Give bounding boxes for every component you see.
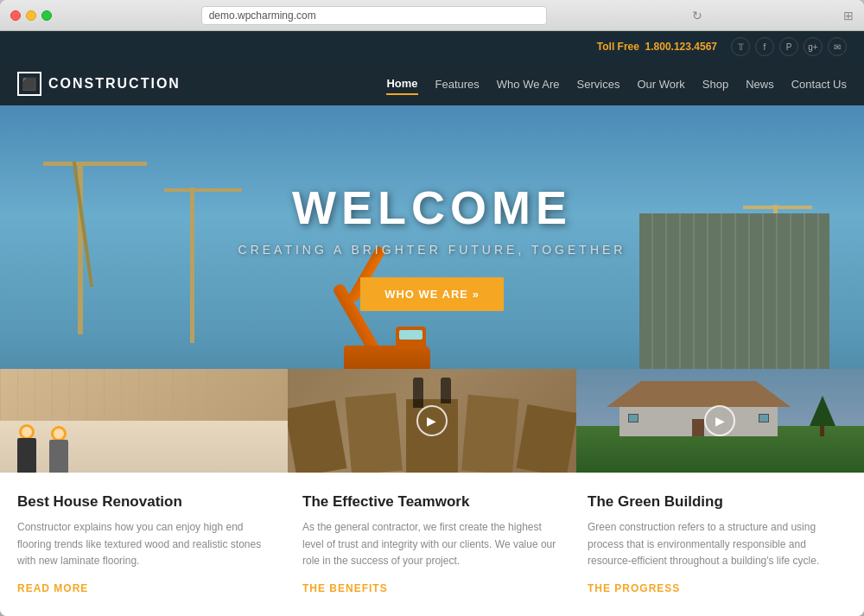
nav-who-we-are[interactable]: Who We Are: [497, 74, 560, 94]
toll-free-label: Toll Free: [597, 41, 639, 53]
window-controls: [10, 10, 52, 21]
site-logo: ⬛ CONSTRUCTION: [17, 72, 181, 96]
url-text: demo.wpcharming.com: [209, 10, 316, 22]
nav-home[interactable]: Home: [386, 73, 417, 95]
thumb-2-overlay: ▶: [288, 369, 575, 473]
browser-window: demo.wpcharming.com ↻ ⊞ Toll Free 1.800.…: [0, 0, 864, 616]
play-button-3[interactable]: ▶: [704, 405, 735, 436]
google-plus-icon[interactable]: g+: [804, 37, 823, 56]
card-green-building: The Green Building Green construction re…: [588, 493, 847, 595]
minimize-button[interactable]: [26, 10, 36, 21]
thumb-1-bg: [0, 369, 288, 473]
card-2-link[interactable]: THE BENEFITS: [302, 582, 388, 594]
top-header-bar: Toll Free 1.800.123.4567 𝕋 f P g+ ✉: [0, 31, 864, 62]
nav-features[interactable]: Features: [435, 74, 480, 94]
pinterest-icon[interactable]: P: [779, 37, 798, 56]
card-renovation: Best House Renovation Constructor explai…: [17, 493, 276, 595]
main-nav: ⬛ CONSTRUCTION Home Features Who We Are …: [0, 62, 864, 105]
nav-contact-us[interactable]: Contact Us: [791, 74, 847, 94]
email-icon[interactable]: ✉: [828, 37, 847, 56]
thumb-teamwork: ▶: [288, 369, 575, 473]
play-button-2[interactable]: ▶: [416, 405, 448, 436]
thumbnails-row: ▶: [0, 369, 864, 473]
thumb-renovation: [0, 369, 288, 473]
browser-titlebar: demo.wpcharming.com ↻ ⊞: [0, 0, 864, 31]
close-button[interactable]: [10, 10, 21, 21]
hero-section: WELCOME CREATING A BRIGHTER FUTURE, TOGE…: [0, 105, 864, 473]
address-bar[interactable]: demo.wpcharming.com: [201, 6, 547, 25]
logo-icon: ⬛: [17, 72, 41, 96]
nav-news[interactable]: News: [746, 74, 774, 94]
maximize-button[interactable]: [41, 10, 52, 21]
card-2-title: The Effective Teamwork: [302, 493, 562, 511]
card-3-link[interactable]: THE PROGRESS: [588, 582, 680, 594]
thumb-1-scene: [0, 421, 288, 473]
twitter-icon[interactable]: 𝕋: [731, 37, 750, 56]
thumb-1-walls: [0, 369, 288, 421]
person-1-body: [17, 438, 36, 473]
person-1: [17, 424, 36, 473]
phone-number: 1.800.123.4567: [645, 41, 717, 53]
nav-links: Home Features Who We Are Services Our Wo…: [386, 73, 847, 95]
card-1-link[interactable]: READ MORE: [17, 582, 88, 594]
site-content: Toll Free 1.800.123.4567 𝕋 f P g+ ✉ ⬛ CO…: [0, 31, 864, 616]
card-1-text: Constructor explains how you can enjoy h…: [17, 519, 276, 569]
content-cards-section: Best House Renovation Constructor explai…: [0, 473, 864, 616]
card-1-title: Best House Renovation: [17, 493, 276, 511]
logo-text: CONSTRUCTION: [48, 76, 181, 92]
thumb-3-overlay: ▶: [576, 369, 864, 473]
card-3-title: The Green Building: [588, 493, 847, 511]
hero-title: WELCOME: [292, 181, 572, 234]
person-2: [49, 426, 68, 473]
hero-subtitle: CREATING A BRIGHTER FUTURE, TOGETHER: [238, 243, 626, 257]
toll-free-text: Toll Free 1.800.123.4567: [597, 41, 717, 53]
nav-our-work[interactable]: Our Work: [637, 74, 684, 94]
nav-shop[interactable]: Shop: [702, 74, 728, 94]
hero-content: WELCOME CREATING A BRIGHTER FUTURE, TOGE…: [0, 105, 864, 369]
reload-icon[interactable]: ↻: [692, 9, 702, 22]
nav-services[interactable]: Services: [577, 74, 620, 94]
card-teamwork: The Effective Teamwork As the general co…: [302, 493, 562, 595]
facebook-icon[interactable]: f: [755, 37, 774, 56]
hero-cta-button[interactable]: WHO WE ARE »: [360, 277, 504, 311]
card-3-text: Green construction refers to a structure…: [588, 519, 847, 569]
card-2-text: As the general contractor, we first crea…: [302, 519, 562, 569]
expand-icon[interactable]: ⊞: [843, 9, 854, 22]
social-icons-bar: 𝕋 f P g+ ✉: [731, 37, 847, 56]
person-2-body: [49, 440, 68, 473]
thumb-green-building: ▶: [576, 369, 864, 473]
